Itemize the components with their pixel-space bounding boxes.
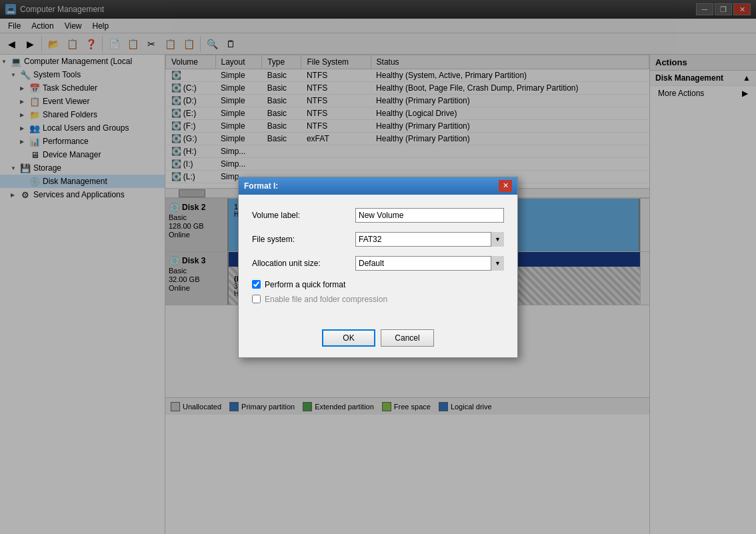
modal-close-button[interactable]: ✕ xyxy=(499,180,512,192)
compression-row: Enable file and folder compression xyxy=(252,295,504,304)
allocation-select[interactable]: Default 512 1024 2048 4096 xyxy=(355,256,504,271)
filesystem-label: File system: xyxy=(252,235,355,244)
modal-title: Format I: xyxy=(244,181,278,191)
modal-footer: OK Cancel xyxy=(239,323,517,357)
ok-button[interactable]: OK xyxy=(322,329,375,347)
allocation-label: Allocation unit size: xyxy=(252,259,355,268)
quick-format-row: Perform a quick format xyxy=(252,280,504,289)
filesystem-select-wrapper: FAT32 NTFS exFAT ▼ xyxy=(355,232,504,247)
allocation-select-wrapper: Default 512 1024 2048 4096 ▼ xyxy=(355,256,504,271)
compression-label[interactable]: Enable file and folder compression xyxy=(265,295,387,304)
filesystem-row: File system: FAT32 NTFS exFAT ▼ xyxy=(252,232,504,247)
compression-checkbox[interactable] xyxy=(252,295,261,303)
format-dialog: Format I: ✕ Volume label: File system: F… xyxy=(238,177,518,358)
quick-format-checkbox[interactable] xyxy=(252,280,261,289)
quick-format-label[interactable]: Perform a quick format xyxy=(265,280,345,289)
cancel-button[interactable]: Cancel xyxy=(381,329,434,347)
volume-label-row: Volume label: xyxy=(252,208,504,223)
modal-body: Volume label: File system: FAT32 NTFS ex… xyxy=(239,195,517,323)
modal-title-bar: Format I: ✕ xyxy=(239,177,517,195)
volume-label-input[interactable] xyxy=(355,208,504,223)
allocation-row: Allocation unit size: Default 512 1024 2… xyxy=(252,256,504,271)
volume-label-text: Volume label: xyxy=(252,211,355,220)
filesystem-select[interactable]: FAT32 NTFS exFAT xyxy=(355,232,504,247)
modal-overlay: Format I: ✕ Volume label: File system: F… xyxy=(0,0,756,534)
